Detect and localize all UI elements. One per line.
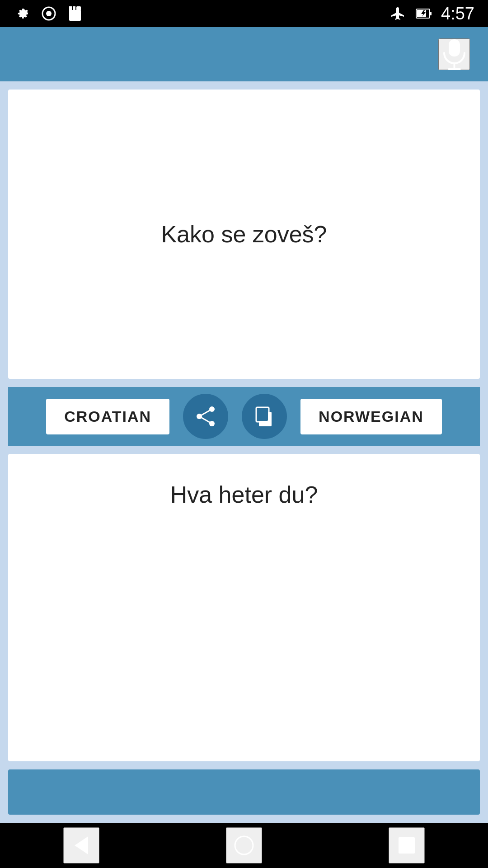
status-bar-left <box>14 5 84 23</box>
language-bar: CROATIAN NORWEGIAN <box>8 387 480 446</box>
svg-rect-9 <box>449 39 460 57</box>
source-panel: Kako se zoveš? <box>8 90 480 379</box>
svg-rect-22 <box>399 837 415 854</box>
status-time: 4:57 <box>441 4 474 24</box>
share-button[interactable] <box>183 394 228 439</box>
status-bar: 4:57 <box>0 0 488 27</box>
svg-rect-3 <box>69 6 72 11</box>
svg-marker-20 <box>75 836 88 854</box>
svg-rect-2 <box>69 10 81 21</box>
recent-button[interactable] <box>389 827 425 863</box>
copy-button[interactable] <box>242 394 287 439</box>
svg-point-1 <box>46 11 52 16</box>
translation-panel: Hva heter du? <box>8 454 480 761</box>
status-bar-right: 4:57 <box>389 4 474 24</box>
bottom-blue-bar <box>8 769 480 815</box>
source-language-button[interactable]: CROATIAN <box>46 399 169 434</box>
svg-point-21 <box>235 836 253 854</box>
circle-icon <box>40 5 58 23</box>
back-button[interactable] <box>63 827 99 863</box>
svg-rect-19 <box>257 408 268 421</box>
settings-icon <box>14 5 32 23</box>
main-content: Kako se zoveš? CROATIAN NORWEGIAN Hva he… <box>0 81 488 823</box>
airplane-icon <box>389 5 407 23</box>
home-button[interactable] <box>226 827 262 863</box>
sd-card-icon <box>66 5 84 23</box>
source-text: Kako se zoveš? <box>161 221 327 248</box>
svg-line-15 <box>199 409 212 416</box>
battery-icon <box>415 5 433 23</box>
svg-rect-5 <box>76 6 81 11</box>
app-header <box>0 27 488 81</box>
svg-rect-4 <box>73 6 75 11</box>
mic-button[interactable] <box>438 38 470 70</box>
target-language-button[interactable]: NORWEGIAN <box>300 399 442 434</box>
translation-text: Hva heter du? <box>26 481 462 508</box>
svg-line-16 <box>199 416 212 424</box>
nav-bar <box>0 823 488 868</box>
svg-rect-7 <box>430 12 432 15</box>
